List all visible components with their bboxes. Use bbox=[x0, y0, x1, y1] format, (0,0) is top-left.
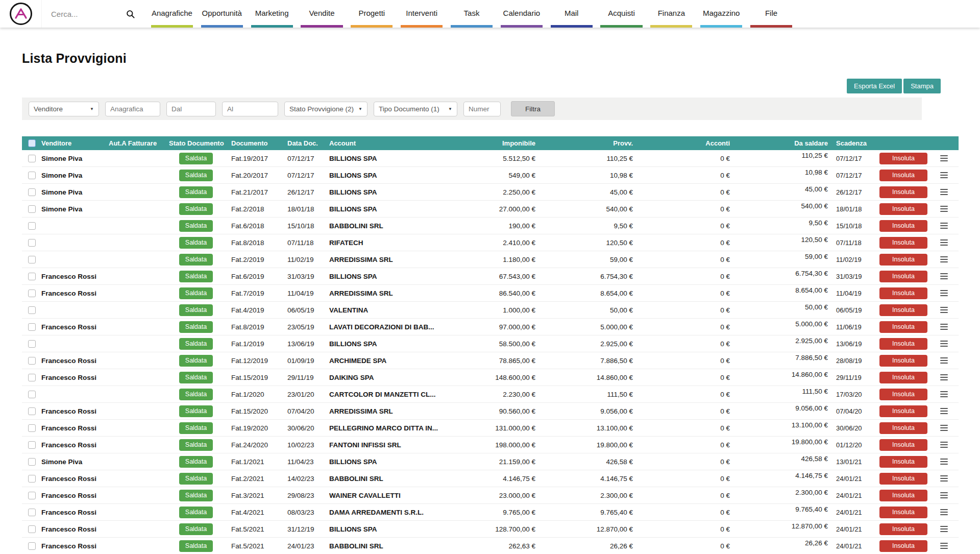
row-checkbox[interactable] bbox=[28, 188, 36, 196]
nav-item-mail[interactable]: Mail bbox=[547, 0, 597, 28]
table-row[interactable]: Francesco Rossi Saldata Fat.8/2019 23/05… bbox=[22, 319, 959, 335]
row-menu-icon[interactable] bbox=[940, 442, 948, 448]
row-menu-icon[interactable] bbox=[940, 408, 948, 414]
row-menu-icon[interactable] bbox=[940, 391, 948, 397]
stato-provvigione-select[interactable]: Stato Provvigione (2) ▼ bbox=[284, 102, 368, 116]
row-menu-icon[interactable] bbox=[940, 526, 948, 532]
row-menu-icon[interactable] bbox=[940, 256, 948, 262]
row-checkbox[interactable] bbox=[28, 273, 36, 280]
row-menu-icon[interactable] bbox=[940, 543, 948, 549]
row-checkbox[interactable] bbox=[28, 525, 36, 533]
print-button[interactable]: Stampa bbox=[903, 79, 941, 93]
row-checkbox[interactable] bbox=[28, 391, 36, 398]
row-checkbox[interactable] bbox=[28, 290, 36, 297]
row-checkbox[interactable] bbox=[28, 509, 36, 516]
export-excel-button[interactable]: Esporta Excel bbox=[847, 79, 902, 93]
dal-date-input[interactable] bbox=[166, 102, 216, 116]
row-menu-icon[interactable] bbox=[940, 492, 948, 498]
nav-item-magazzino[interactable]: Magazzino bbox=[696, 0, 746, 28]
table-row[interactable]: Francesco Rossi Saldata Fat.2/2021 14/02… bbox=[22, 470, 959, 487]
nav-item-calendario[interactable]: Calendario bbox=[497, 0, 547, 28]
row-menu-icon[interactable] bbox=[940, 172, 948, 178]
row-menu-icon[interactable] bbox=[940, 155, 948, 161]
numero-input[interactable] bbox=[463, 102, 501, 116]
table-row[interactable]: Francesco Rossi Saldata Fat.5/2021 31/12… bbox=[22, 521, 959, 538]
table-row[interactable]: Saldata Fat.1/2019 13/06/19 BILLIONS SPA… bbox=[22, 335, 959, 352]
tipo-documento-select[interactable]: Tipo Documento (1) ▼ bbox=[374, 102, 457, 116]
row-menu-icon[interactable] bbox=[940, 273, 948, 279]
table-row[interactable]: Simone Piva Saldata Fat.2/2018 18/01/18 … bbox=[22, 201, 959, 218]
row-checkbox[interactable] bbox=[28, 407, 36, 415]
search-icon[interactable] bbox=[126, 9, 135, 19]
row-checkbox[interactable] bbox=[28, 222, 36, 230]
row-menu-icon[interactable] bbox=[940, 475, 948, 481]
nav-item-file[interactable]: File bbox=[746, 0, 796, 28]
row-menu-icon[interactable] bbox=[940, 206, 948, 212]
table-row[interactable]: Francesco Rossi Saldata Fat.15/2019 29/1… bbox=[22, 369, 959, 386]
row-checkbox[interactable] bbox=[28, 374, 36, 381]
nav-item-opportunita[interactable]: Opportunità bbox=[197, 0, 247, 28]
nav-item-anagrafiche[interactable]: Anagrafiche bbox=[147, 0, 197, 28]
nav-item-vendite[interactable]: Vendite bbox=[297, 0, 347, 28]
row-checkbox[interactable] bbox=[28, 424, 36, 432]
nav-item-marketing[interactable]: Marketing bbox=[247, 0, 297, 28]
row-menu-icon[interactable] bbox=[940, 307, 948, 313]
row-checkbox[interactable] bbox=[28, 458, 36, 466]
row-menu-icon[interactable] bbox=[940, 223, 948, 229]
table-row[interactable]: Francesco Rossi Saldata Fat.24/2020 10/0… bbox=[22, 437, 959, 453]
nav-item-interventi[interactable]: Interventi bbox=[397, 0, 447, 28]
search-input[interactable] bbox=[51, 10, 126, 18]
table-row[interactable]: Francesco Rossi Saldata Fat.5/2021 24/01… bbox=[22, 538, 959, 554]
row-menu-icon[interactable] bbox=[940, 239, 948, 246]
row-menu-icon[interactable] bbox=[940, 324, 948, 330]
row-menu-icon[interactable] bbox=[940, 341, 948, 347]
table-row[interactable]: Francesco Rossi Saldata Fat.12/2019 01/0… bbox=[22, 352, 959, 369]
table-row[interactable]: Francesco Rossi Saldata Fat.3/2021 29/08… bbox=[22, 487, 959, 504]
stato-documento-badge: Saldata bbox=[179, 473, 213, 485]
row-checkbox[interactable] bbox=[28, 172, 36, 179]
row-menu-icon[interactable] bbox=[940, 425, 948, 431]
row-menu-icon[interactable] bbox=[940, 509, 948, 515]
table-row[interactable]: Simone Piva Saldata Fat.21/2017 26/12/17… bbox=[22, 184, 959, 201]
table-row[interactable]: Saldata Fat.8/2018 07/11/18 RIFATECH 2.4… bbox=[22, 234, 959, 251]
select-all-checkbox[interactable] bbox=[28, 139, 36, 147]
row-checkbox[interactable] bbox=[28, 239, 36, 247]
nav-item-task[interactable]: Task bbox=[447, 0, 497, 28]
table-row[interactable]: Francesco Rossi Saldata Fat.19/2020 30/0… bbox=[22, 420, 959, 437]
row-menu-icon[interactable] bbox=[940, 189, 948, 195]
table-row[interactable]: Francesco Rossi Saldata Fat.15/2020 07/0… bbox=[22, 403, 959, 420]
row-checkbox[interactable] bbox=[28, 492, 36, 499]
row-checkbox[interactable] bbox=[28, 340, 36, 348]
app-logo[interactable] bbox=[0, 0, 42, 28]
row-menu-icon[interactable] bbox=[940, 459, 948, 465]
row-checkbox[interactable] bbox=[28, 256, 36, 263]
table-row[interactable]: Simone Piva Saldata Fat.19/2017 07/12/17… bbox=[22, 150, 959, 167]
row-menu-icon[interactable] bbox=[940, 290, 948, 296]
table-row[interactable]: Saldata Fat.4/2019 06/05/19 VALENTINA 1.… bbox=[22, 302, 959, 319]
nav-item-finanza[interactable]: Finanza bbox=[646, 0, 696, 28]
row-checkbox[interactable] bbox=[28, 323, 36, 331]
table-row[interactable]: Saldata Fat.2/2019 11/02/19 ARREDISSIMA … bbox=[22, 251, 959, 268]
row-checkbox[interactable] bbox=[28, 205, 36, 213]
row-checkbox[interactable] bbox=[28, 542, 36, 550]
row-checkbox[interactable] bbox=[28, 357, 36, 365]
row-checkbox[interactable] bbox=[28, 306, 36, 314]
filtra-button[interactable]: Filtra bbox=[511, 101, 555, 116]
anagrafica-input[interactable] bbox=[105, 102, 160, 116]
nav-item-acquisti[interactable]: Acquisti bbox=[597, 0, 647, 28]
row-checkbox[interactable] bbox=[28, 155, 36, 162]
row-checkbox[interactable] bbox=[28, 475, 36, 483]
table-row[interactable]: Francesco Rossi Saldata Fat.7/2019 11/04… bbox=[22, 285, 959, 302]
row-menu-icon[interactable] bbox=[940, 374, 948, 380]
table-row[interactable]: Saldata Fat.1/2020 23/01/20 CARTCOLOR DI… bbox=[22, 386, 959, 403]
table-row[interactable]: Simone Piva Saldata Fat.20/2017 07/12/17… bbox=[22, 167, 959, 184]
nav-item-progetti[interactable]: Progetti bbox=[347, 0, 397, 28]
row-menu-icon[interactable] bbox=[940, 357, 948, 364]
row-checkbox[interactable] bbox=[28, 441, 36, 449]
table-row[interactable]: Francesco Rossi Saldata Fat.4/2021 08/03… bbox=[22, 504, 959, 521]
table-row[interactable]: Francesco Rossi Saldata Fat.6/2019 31/03… bbox=[22, 268, 959, 285]
venditore-select[interactable]: Venditore ▼ bbox=[29, 102, 99, 116]
table-row[interactable]: Simone Piva Saldata Fat.1/2021 11/04/23 … bbox=[22, 453, 959, 470]
al-date-input[interactable] bbox=[222, 102, 278, 116]
table-row[interactable]: Saldata Fat.6/2018 15/10/18 BABBOLINI SR… bbox=[22, 218, 959, 234]
